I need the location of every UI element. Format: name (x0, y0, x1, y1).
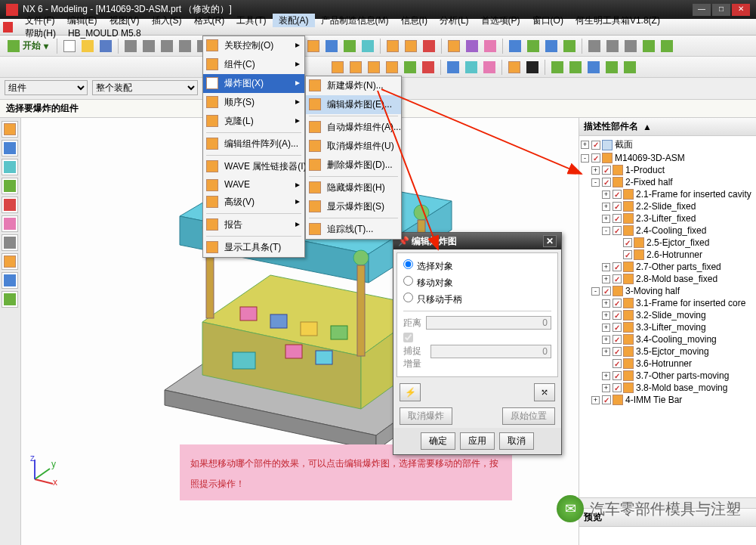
tool-icon[interactable] (543, 38, 560, 54)
undo-icon[interactable] (122, 38, 139, 54)
filter-combo-1[interactable]: 组件 (5, 80, 88, 95)
tree-node[interactable]: +3.7-Other parts-moving (581, 370, 754, 382)
menu-item[interactable]: WAVE 属性链接器(I)... (203, 157, 304, 176)
tree-node[interactable]: +1-Product (581, 164, 754, 176)
tool-icon[interactable] (622, 38, 639, 54)
menu-分析[interactable]: 分析(L) (434, 14, 475, 27)
navigator-icon[interactable] (2, 197, 18, 213)
navigator-icon[interactable] (2, 253, 18, 270)
csys-icon-btn[interactable]: ⤱ (534, 383, 555, 401)
tree-expander[interactable]: + (602, 203, 610, 211)
tree-checkbox[interactable] (613, 226, 622, 235)
menu-信息[interactable]: 信息(I) (395, 14, 434, 27)
tree-checkbox[interactable] (602, 395, 611, 404)
tree-expander[interactable]: + (602, 215, 610, 223)
menu-item[interactable]: 克隆(L)▸ (203, 112, 304, 131)
assembly-tree[interactable]: +截面-M14069-3D-ASM+1-Product-2-Fixed half… (579, 136, 756, 497)
menu-产品制造信息[interactable]: 产品制造信息(M) (315, 14, 395, 27)
menu-item[interactable]: 组件(C)▸ (203, 55, 304, 74)
copy-icon[interactable] (177, 38, 193, 54)
tool-icon[interactable] (403, 38, 419, 54)
snap-field[interactable] (430, 345, 551, 358)
tool-icon[interactable] (604, 38, 621, 54)
tree-checkbox[interactable] (591, 141, 600, 150)
tree-checkbox[interactable] (602, 166, 611, 175)
navigator-icon[interactable] (2, 234, 18, 251)
tool-icon[interactable] (463, 59, 480, 76)
tree-node[interactable]: +2.1-Frame for inserted cavity (581, 188, 754, 200)
tree-node[interactable]: 3.6-Hotrunner (581, 358, 754, 370)
tool-icon[interactable] (384, 59, 400, 76)
tree-node[interactable]: +2.8-Mold base_fixed (581, 273, 754, 285)
menu-窗口[interactable]: 窗口(O) (526, 14, 569, 27)
tree-node[interactable]: 2.5-Ejctor_fixed (581, 237, 754, 249)
tree-checkbox[interactable] (613, 311, 622, 320)
vector-icon-btn[interactable]: ⚡ (400, 383, 421, 401)
menu-item[interactable]: WAVE▸ (203, 176, 304, 193)
tool-icon[interactable] (549, 59, 566, 76)
submenu-item[interactable]: 编辑爆炸图(E)... (306, 95, 401, 114)
menu-item[interactable]: 报告▸ (203, 215, 304, 234)
redo-icon[interactable] (140, 38, 157, 54)
tool-icon[interactable] (421, 38, 437, 54)
tree-node[interactable]: +3.3-Lifter_moving (581, 321, 754, 333)
tree-checkbox[interactable] (613, 262, 622, 271)
dialog-close-icon[interactable]: ✕ (543, 235, 557, 247)
tree-checkbox[interactable] (613, 359, 622, 368)
tool-icon[interactable] (567, 59, 584, 76)
tree-node[interactable]: +3.5-Ejctor_moving (581, 345, 754, 358)
cancel-explode-button[interactable]: 取消爆炸 (400, 407, 452, 425)
navigator-icon[interactable] (2, 121, 18, 138)
tree-node[interactable]: +4-IMM Tie Bar (581, 394, 754, 406)
tree-expander[interactable]: + (602, 299, 610, 308)
original-position-button[interactable]: 原始位置 (502, 407, 555, 425)
start-button[interactable]: 开始 ▾ (3, 38, 53, 54)
menu-首选项[interactable]: 首选项(P) (475, 14, 526, 27)
submenu-item[interactable]: 新建爆炸(N)... (306, 76, 401, 95)
tool-icon[interactable] (329, 59, 346, 76)
apply-button[interactable]: 应用 (460, 432, 495, 450)
tree-expander[interactable]: - (581, 154, 589, 163)
tree-node[interactable]: +2.3-Lifter_fixed (581, 212, 754, 225)
tree-expander[interactable]: + (602, 372, 610, 380)
tool-icon[interactable] (659, 38, 675, 54)
menu-编辑[interactable]: 编辑(E) (61, 14, 103, 27)
cancel-button[interactable]: 取消 (499, 432, 534, 450)
tool-icon[interactable] (585, 59, 602, 76)
tree-expander[interactable]: + (602, 336, 610, 344)
cut-icon[interactable] (159, 38, 175, 54)
menu-item[interactable]: 顺序(S)▸ (203, 93, 304, 112)
tree-node[interactable]: -2.4-Cooling_fixed (581, 225, 754, 237)
tool-icon[interactable] (482, 38, 498, 54)
radio-move-object[interactable]: 移动对象 (403, 276, 453, 290)
tree-node[interactable]: -2-Fixed half (581, 176, 754, 188)
tree-checkbox[interactable] (613, 299, 622, 308)
submenu-item[interactable]: 自动爆炸组件(A)... (306, 118, 401, 137)
menu-文件[interactable]: 文件(F) (19, 14, 60, 27)
menu-item[interactable]: 显示工具条(T) (203, 238, 304, 257)
tool-icon[interactable] (640, 38, 657, 54)
tool-icon[interactable] (622, 59, 638, 76)
menu-item[interactable]: 高级(V)▸ (203, 193, 304, 212)
tool-icon[interactable] (481, 59, 498, 76)
tool-icon[interactable] (507, 38, 523, 54)
tree-checkbox[interactable] (602, 286, 611, 296)
tree-expander[interactable]: + (581, 141, 589, 149)
distance-field[interactable] (426, 316, 551, 330)
submenu-item[interactable]: 隐藏爆炸图(H) (306, 178, 401, 197)
tree-expander[interactable]: + (591, 166, 600, 175)
filter-combo-2[interactable]: 整个装配 (92, 80, 198, 95)
navigator-icon[interactable] (2, 159, 18, 175)
tree-node[interactable]: -M14069-3D-ASM (581, 152, 754, 164)
submenu-item[interactable]: 删除爆炸图(D)... (306, 156, 401, 175)
menu-item[interactable]: 编辑组件阵列(A)... (203, 135, 304, 153)
tree-checkbox[interactable] (623, 250, 632, 259)
tree-checkbox[interactable] (613, 214, 622, 223)
tool-icon[interactable] (446, 38, 462, 54)
tree-checkbox[interactable] (613, 190, 622, 199)
tree-node[interactable]: +2.7-Other parts_fixed (581, 261, 754, 273)
open-icon[interactable] (79, 38, 96, 54)
navigator-icon[interactable] (2, 178, 18, 194)
tree-expander[interactable]: + (602, 263, 610, 271)
tool-icon[interactable] (347, 59, 364, 76)
